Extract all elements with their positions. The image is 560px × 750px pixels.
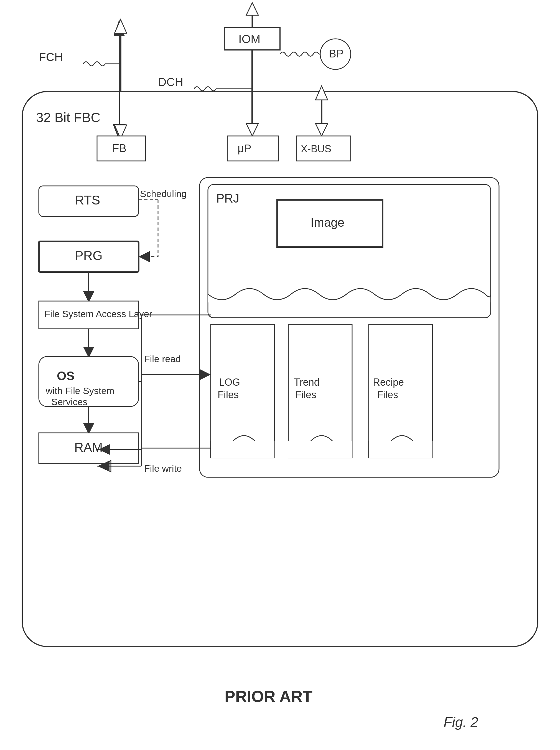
svg-text:DCH: DCH (158, 76, 183, 88)
svg-rect-70 (369, 441, 433, 458)
svg-text:Fig. 2: Fig. 2 (443, 714, 478, 730)
svg-rect-62 (211, 441, 274, 458)
svg-text:IOM: IOM (238, 33, 260, 45)
svg-text:File read: File read (144, 354, 181, 364)
svg-text:LOG: LOG (219, 377, 240, 388)
svg-text:Files: Files (295, 389, 316, 400)
svg-text:with File System: with File System (45, 386, 115, 396)
svg-text:μP: μP (237, 142, 251, 155)
svg-text:RTS: RTS (75, 193, 100, 207)
svg-rect-27 (227, 136, 278, 161)
svg-marker-7 (115, 19, 127, 33)
svg-text:Scheduling: Scheduling (140, 189, 187, 199)
diagram-svg: 32 Bit FBC FCH IOM DCH (0, 0, 560, 750)
svg-text:BP: BP (329, 47, 344, 60)
svg-text:FCH: FCH (39, 51, 63, 63)
svg-text:RAM: RAM (74, 440, 103, 454)
svg-text:Recipe: Recipe (373, 377, 404, 388)
svg-marker-14 (246, 3, 258, 15)
page: 32 Bit FBC FCH IOM DCH (0, 0, 560, 750)
svg-text:Image: Image (311, 216, 344, 229)
svg-rect-58 (208, 294, 491, 302)
svg-text:X-BUS: X-BUS (301, 143, 331, 155)
svg-text:PRG: PRG (75, 248, 103, 263)
svg-rect-66 (288, 441, 352, 458)
svg-text:PRJ: PRJ (216, 192, 239, 205)
svg-text:Services: Services (51, 396, 87, 407)
svg-text:PRIOR ART: PRIOR ART (225, 687, 312, 705)
svg-text:File write: File write (144, 463, 182, 474)
svg-text:Trend: Trend (294, 377, 320, 388)
svg-text:OS: OS (57, 369, 75, 383)
svg-text:Files: Files (377, 389, 398, 400)
fbc-label: 32 Bit FBC (36, 110, 100, 125)
svg-text:Files: Files (217, 389, 239, 400)
svg-text:File System Access Layer: File System Access Layer (44, 309, 152, 319)
svg-text:FB: FB (112, 142, 126, 154)
